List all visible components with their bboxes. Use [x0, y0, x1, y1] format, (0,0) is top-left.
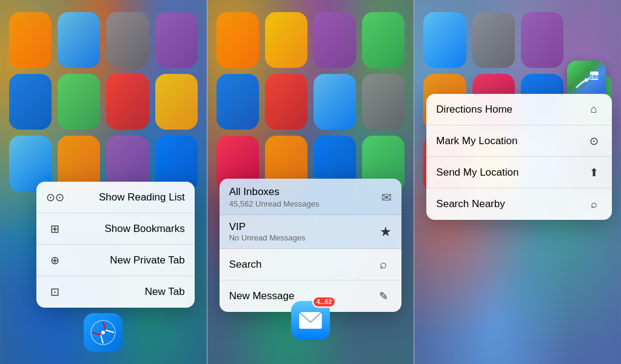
- maps-send-location-item[interactable]: Send My Location ⬆: [426, 157, 612, 188]
- svg-text:280: 280: [590, 74, 599, 80]
- safari-app-icon[interactable]: [84, 313, 123, 352]
- fake-icon: [155, 74, 198, 130]
- maps-directions-home-item[interactable]: Directions Home ⌂: [426, 94, 612, 125]
- share-icon: ⬆: [585, 166, 602, 179]
- fake-icon: [521, 12, 563, 68]
- maps-search-nearby-item[interactable]: Search Nearby ⌕: [426, 188, 612, 220]
- safari-new-tab-item[interactable]: ⊡ New Tab: [36, 276, 195, 308]
- fake-icon: [362, 12, 404, 68]
- svg-point-5: [101, 331, 105, 334]
- svg-line-4: [106, 330, 114, 333]
- mail-vip-item[interactable]: VIP No Unread Messages ★: [220, 215, 402, 249]
- mail-vip-status: No Unread Messages: [229, 233, 306, 242]
- safari-context-menu: ⊙⊙ Show Reading List ⊞ Show Bookmarks ⊕ …: [36, 182, 195, 308]
- mail-all-inboxes-item[interactable]: All Inboxes 45,562 Unread Messages ✉: [220, 179, 402, 215]
- fake-icon: [265, 74, 307, 130]
- maps-send-location-label: Send My Location: [436, 167, 519, 179]
- fake-icon: [9, 74, 52, 130]
- fake-icon: [314, 74, 356, 130]
- fake-icon: [58, 74, 100, 130]
- maps-directions-home-label: Directions Home: [436, 104, 512, 116]
- safari-reading-list-label: Show Reading List: [99, 191, 185, 204]
- safari-private-tab-label: New Private Tab: [110, 254, 184, 266]
- compose-icon: ✎: [375, 290, 392, 303]
- maps-panel: 280 Directions Home ⌂ Mark My Location ⊙…: [414, 0, 621, 364]
- maps-mark-location-item[interactable]: Mark My Location ⊙: [426, 125, 612, 157]
- bookmarks-icon: ⊞: [46, 222, 63, 236]
- maps-mark-location-label: Mark My Location: [436, 135, 517, 147]
- fake-icon: [217, 12, 259, 68]
- safari-panel: ⊙⊙ Show Reading List ⊞ Show Bookmarks ⊕ …: [0, 0, 207, 364]
- inbox-icon: ✉: [381, 190, 392, 205]
- fake-icon: [106, 74, 149, 130]
- search-icon: ⌕: [375, 257, 392, 271]
- mail-app-icon: 4...62: [291, 301, 330, 340]
- safari-reading-list-item[interactable]: ⊙⊙ Show Reading List: [36, 182, 195, 213]
- svg-line-1: [103, 322, 106, 330]
- reading-list-icon: ⊙⊙: [46, 191, 63, 204]
- mail-search-item[interactable]: Search ⌕: [220, 249, 402, 280]
- vip-star-icon: ★: [380, 224, 392, 240]
- fake-icon: [9, 12, 52, 68]
- fake-icon: [155, 12, 198, 68]
- mail-badge: 4...62: [312, 296, 336, 308]
- mail-vip-label: VIP: [229, 221, 306, 233]
- mail-search-label: Search: [229, 259, 262, 271]
- fake-icon: [472, 12, 515, 68]
- fake-icon: [265, 12, 307, 68]
- fake-icon: [106, 12, 149, 68]
- svg-line-2: [101, 335, 103, 343]
- mail-all-inboxes-label: All Inboxes: [229, 186, 320, 198]
- safari-private-tab-item[interactable]: ⊕ New Private Tab: [36, 245, 195, 276]
- private-tab-icon: ⊕: [46, 254, 63, 267]
- fake-icon: [423, 12, 466, 68]
- new-tab-icon: ⊡: [46, 285, 63, 299]
- search-nearby-icon: ⌕: [585, 198, 602, 211]
- svg-line-3: [92, 333, 101, 335]
- maps-search-nearby-label: Search Nearby: [436, 198, 505, 210]
- mail-context-menu: All Inboxes 45,562 Unread Messages ✉ VIP…: [220, 179, 402, 312]
- mail-panel: All Inboxes 45,562 Unread Messages ✉ VIP…: [207, 0, 414, 364]
- fake-icon: [362, 74, 404, 130]
- mail-app-icon-wrapper[interactable]: 4...62: [291, 313, 330, 352]
- maps-context-menu: Directions Home ⌂ Mark My Location ⊙ Sen…: [426, 94, 612, 220]
- safari-bookmarks-label: Show Bookmarks: [104, 223, 184, 235]
- mail-new-message-label: New Message: [229, 290, 295, 302]
- fake-icon: [58, 12, 100, 68]
- fake-icon-empty: [569, 12, 612, 68]
- safari-new-tab-label: New Tab: [145, 286, 185, 298]
- mail-all-inboxes-count: 45,562 Unread Messages: [229, 199, 320, 208]
- safari-bookmarks-item[interactable]: ⊞ Show Bookmarks: [36, 213, 195, 245]
- svg-point-8: [585, 78, 588, 82]
- fake-icon: [217, 74, 259, 130]
- fake-icon: [314, 12, 356, 68]
- home-icon: ⌂: [585, 103, 602, 116]
- location-pin-icon: ⊙: [585, 134, 602, 148]
